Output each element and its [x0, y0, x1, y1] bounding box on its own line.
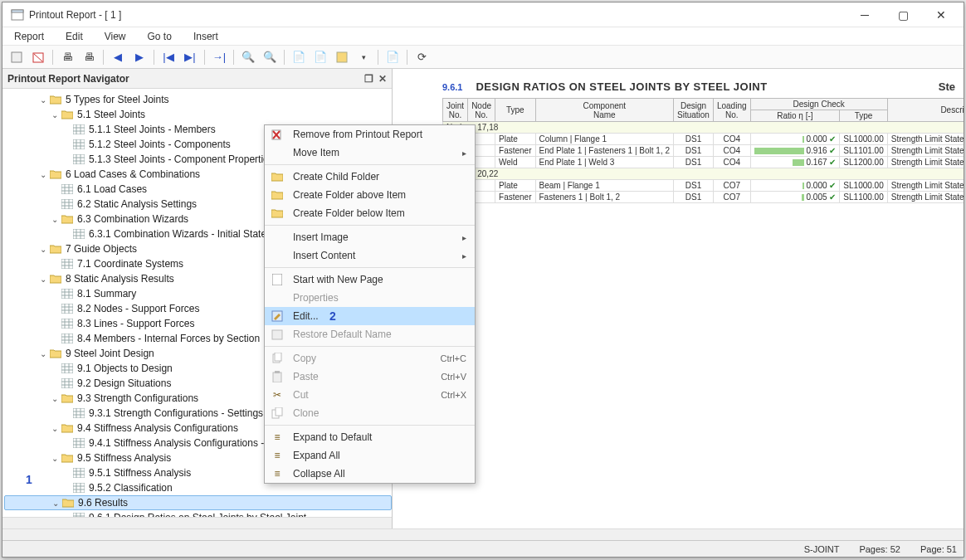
- folder-icon: [49, 348, 62, 359]
- svg-rect-46: [61, 304, 73, 314]
- expand-toggle-icon[interactable]: ⌄: [37, 349, 49, 358]
- save-icon[interactable]: [7, 48, 26, 66]
- tree-item-label: 9.1 Objects to Design: [77, 363, 173, 374]
- context-menu-item[interactable]: Create Child Folder: [265, 168, 475, 186]
- float-icon[interactable]: ❐: [364, 73, 373, 85]
- context-menu-item[interactable]: Remove from Printout Report: [265, 125, 475, 144]
- grid-icon: [72, 437, 85, 449]
- menu-item-icon: [270, 127, 285, 142]
- refresh-icon[interactable]: ⟳: [412, 48, 431, 66]
- context-menu-item[interactable]: Edit...2: [265, 307, 475, 325]
- report-preview: 9.6.1 DESIGN RATIOS ON STEEL JOINTS BY S…: [393, 69, 964, 528]
- menu-item-icon: [270, 309, 285, 324]
- tree-item-label: 6 Load Cases & Combinations: [66, 168, 200, 180]
- expand-toggle-icon[interactable]: ⌄: [49, 110, 61, 119]
- content-dropdown-icon[interactable]: ▾: [354, 48, 373, 66]
- tree-item-label: 8.2 Nodes - Support Forces: [77, 303, 199, 314]
- table-row: FastenerEnd Plate 1 | Fasteners 1 | Bolt…: [443, 145, 964, 157]
- svg-rect-5: [337, 52, 347, 62]
- menu-item-label: Expand All: [293, 450, 340, 461]
- tree-item[interactable]: 9.6.1 Design Ratios on Steel Joints by S…: [4, 510, 392, 517]
- svg-rect-61: [61, 363, 73, 373]
- context-menu-item: Restore Default Name: [265, 325, 475, 343]
- svg-rect-66: [61, 378, 73, 388]
- nav-last-icon[interactable]: ▶|: [181, 48, 199, 66]
- svg-rect-41: [61, 289, 73, 299]
- maximize-button[interactable]: ▢: [884, 2, 922, 27]
- expand-toggle-icon[interactable]: ⌄: [49, 424, 61, 433]
- folder-icon: [61, 109, 74, 120]
- grid-icon: [61, 288, 74, 299]
- minimize-button[interactable]: ─: [846, 2, 884, 27]
- nav-next-icon[interactable]: ▶: [130, 48, 149, 66]
- menubar: Report Edit View Go to Insert: [2, 27, 964, 46]
- context-menu-item[interactable]: Create Folder below Item: [265, 204, 475, 222]
- context-menu-item[interactable]: Insert Image▸: [265, 228, 475, 246]
- context-menu-item[interactable]: ≡Expand to Default: [265, 428, 475, 446]
- context-menu-item[interactable]: Insert Content▸: [265, 246, 475, 265]
- grid-icon: [61, 303, 74, 314]
- grid-icon: [61, 363, 74, 374]
- expand-toggle-icon[interactable]: ⌄: [49, 454, 61, 463]
- menu-item-label: Insert Image: [293, 231, 349, 243]
- zoom-in-icon[interactable]: 🔍: [261, 48, 279, 66]
- menu-report[interactable]: Report: [9, 29, 49, 44]
- delete-report-icon[interactable]: [29, 48, 47, 66]
- context-menu-item: CopyCtrl+C: [265, 349, 475, 368]
- close-button[interactable]: ✕: [922, 2, 960, 27]
- context-menu-item[interactable]: Create Folder above Item: [265, 186, 475, 204]
- header-footer-icon[interactable]: 📄: [311, 48, 329, 66]
- expand-toggle-icon[interactable]: ⌄: [37, 170, 49, 179]
- content-icon[interactable]: [333, 48, 351, 66]
- expand-toggle-icon[interactable]: ⌄: [37, 245, 49, 254]
- print-icon[interactable]: 🖶: [58, 48, 76, 66]
- tree-item-label: 5.1.1 Steel Joints - Members: [89, 124, 216, 135]
- goto-icon[interactable]: →|: [210, 48, 228, 66]
- svg-rect-11: [73, 139, 85, 149]
- nav-first-icon[interactable]: |◀: [159, 48, 178, 66]
- tree-item[interactable]: ⌄5.1 Steel Joints: [4, 107, 392, 122]
- menu-item-icon: [270, 327, 285, 342]
- menu-view[interactable]: View: [100, 29, 131, 44]
- tree-item[interactable]: ⌄5 Types for Steel Joints: [4, 92, 392, 107]
- print-preview-icon[interactable]: 🖶: [80, 48, 98, 66]
- expand-toggle-icon[interactable]: ⌄: [50, 499, 61, 508]
- context-menu-item[interactable]: ≡Expand All: [265, 446, 475, 465]
- expand-toggle-icon[interactable]: ⌄: [37, 275, 49, 284]
- nav-prev-icon[interactable]: ◀: [109, 48, 127, 66]
- menu-goto[interactable]: Go to: [143, 29, 177, 44]
- expand-toggle-icon[interactable]: ⌄: [49, 394, 61, 403]
- context-menu-item[interactable]: Move Item▸: [265, 144, 475, 162]
- tree-item-label: 6.2 Static Analysis Settings: [77, 198, 197, 210]
- menu-item-icon: [270, 187, 285, 202]
- group-label: Nodes : 17,18: [443, 122, 964, 134]
- svg-rect-109: [276, 407, 282, 416]
- grid-icon: [61, 198, 74, 210]
- expand-toggle-icon[interactable]: ⌄: [49, 215, 61, 224]
- menu-shortcut: Ctrl+C: [441, 353, 466, 363]
- menu-item-icon: [270, 230, 285, 245]
- menu-insert[interactable]: Insert: [188, 29, 223, 44]
- expand-toggle-icon[interactable]: ⌄: [37, 95, 49, 105]
- tree-hscrollbar[interactable]: [2, 517, 392, 528]
- app-window: Printout Report - [ 1 ] ─ ▢ ✕ Report Edi…: [2, 2, 964, 558]
- tree-item-label: 8.3 Lines - Support Forces: [77, 318, 194, 329]
- page-setup-icon[interactable]: 📄: [290, 48, 308, 66]
- tree-item-label: 5 Types for Steel Joints: [66, 94, 169, 105]
- close-panel-icon[interactable]: ✕: [378, 73, 387, 85]
- titlebar: Printout Report - [ 1 ] ─ ▢ ✕: [2, 2, 964, 27]
- tree-item[interactable]: ⌄9.6 Results: [4, 495, 392, 510]
- tree-item-label: 7 Guide Objects: [66, 243, 137, 255]
- context-menu-item[interactable]: Start with New Page: [265, 270, 475, 289]
- context-menu-item[interactable]: ≡Collapse All: [265, 465, 475, 483]
- svg-rect-76: [73, 438, 85, 448]
- svg-rect-103: [272, 330, 282, 339]
- toolbar: 🖶 🖶 ◀ ▶ |◀ ▶| →| 🔍 🔍 📄 📄 ▾ 📄 ⟳: [2, 46, 964, 69]
- bottom-hscrollbar[interactable]: [2, 528, 964, 540]
- submenu-arrow-icon: ▸: [462, 251, 466, 261]
- svg-rect-1: [12, 10, 23, 12]
- menu-item-icon: [270, 406, 285, 421]
- export-icon[interactable]: 📄: [383, 48, 402, 66]
- menu-edit[interactable]: Edit: [61, 29, 88, 44]
- zoom-out-icon[interactable]: 🔍: [239, 48, 257, 66]
